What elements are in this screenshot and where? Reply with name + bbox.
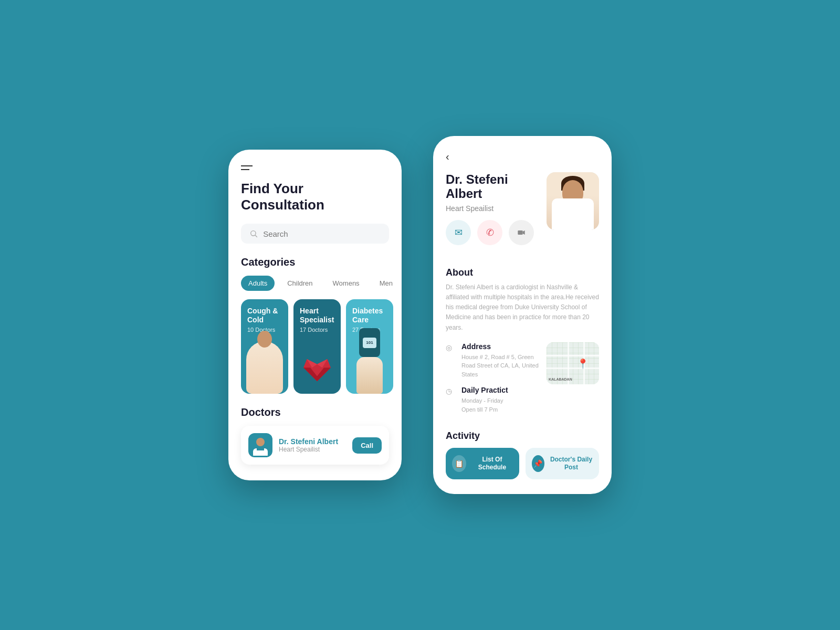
glucose-meter: 101 [359,328,380,357]
address-icon: ◎ [446,343,456,354]
diabetes-title: Diabetes Care [352,307,387,324]
phone-right: ‹ Dr. Stefeni Albert Heart Speailist ✉ ✆ [433,136,612,495]
tab-womens[interactable]: Womens [326,276,367,291]
about-section: About Dr. Stefeni Albert is a cardiologi… [446,267,599,333]
doctor-list-item[interactable]: Dr. Stefeni Albert Heart Speailist Call [241,426,389,465]
map-placeholder: 📍 KALABADAN [547,342,599,384]
cough-figure [246,341,283,394]
practice-row: ◷ Daily Practict Monday - Friday Open ti… [446,386,541,414]
doctor-avatar-svg [250,435,271,456]
about-text: Dr. Stefeni Albert is a cardiologist in … [446,282,599,333]
email-button[interactable]: ✉ [446,220,471,245]
map-road-h1 [547,355,599,356]
address-label: Address [461,342,541,351]
doctor-coat [552,198,594,230]
practice-label: Daily Practict [461,386,541,394]
phones-container: Find Your Consultation Categories Adults… [228,136,612,495]
diabetes-card[interactable]: Diabetes Care 27 Doctors 101 [346,299,393,394]
diabetes-figure: 101 [356,328,383,394]
map-road-h2 [547,368,599,369]
daily-post-label: Doctor's Daily Post [550,456,593,472]
list-schedule-button[interactable]: 📋 List Of Schedule [446,448,519,479]
doctor-list-specialty: Heart Speailist [279,446,346,453]
heart-specialist-card[interactable]: Heart Specialist 17 Doctors [293,299,341,394]
hand-figure [356,357,383,394]
meter-screen: 101 [363,338,376,348]
list-schedule-label: List Of Schedule [471,456,513,472]
activity-buttons: 📋 List Of Schedule 📌 Doctor's Daily Post [446,448,599,479]
category-tabs: Adults Children Womens Men [241,276,389,291]
search-icon [249,229,258,238]
heart-title: Heart Specialist [300,307,334,324]
phone-button[interactable]: ✆ [477,220,502,245]
cough-image [241,331,288,394]
practice-detail: Monday - Friday Open till 7 Pm [461,396,541,414]
doctor-profile-header: Dr. Stefeni Albert Heart Speailist ✉ ✆ [446,172,599,257]
map-area-label: KALABADAN [549,377,572,381]
tab-adults[interactable]: Adults [241,276,275,291]
address-detail: House # 2, Road # 5, Green Road Street o… [461,353,541,379]
svg-rect-7 [257,448,264,450]
diabetes-image: 101 [346,331,393,394]
video-icon [517,228,526,237]
svg-point-0 [251,231,256,236]
svg-rect-8 [518,230,522,235]
doctor-list-name: Dr. Stefeni Albert [279,437,346,446]
cough-cold-card[interactable]: Cough & Cold 10 Doctors [241,299,288,394]
doctor-profile-info: Dr. Stefeni Albert Heart Speailist ✉ ✆ [446,172,538,257]
about-title: About [446,267,599,278]
doctor-photo-art [547,172,599,230]
categories-grid: Cough & Cold 10 Doctors Heart Specialist… [241,299,389,394]
daily-post-button[interactable]: 📌 Doctor's Daily Post [526,448,599,479]
call-button[interactable]: Call [352,437,382,454]
doctor-profile-name: Dr. Stefeni Albert [446,172,538,201]
tab-men[interactable]: Men [372,276,400,291]
tab-children[interactable]: Children [280,276,320,291]
svg-line-1 [255,235,257,237]
heart-svg [300,352,334,386]
menu-icon[interactable] [241,165,389,170]
doctor-profile-specialty: Heart Speailist [446,204,538,213]
daily-post-icon: 📌 [532,455,544,472]
doctor-avatar [248,433,272,457]
search-bar[interactable] [241,224,389,244]
profile-photo [547,172,599,230]
categories-section-title: Categories [241,256,389,268]
heart-figure [300,352,334,388]
info-with-map: ◎ Address House # 2, Road # 5, Green Roa… [446,342,599,422]
search-input[interactable] [263,229,381,238]
svg-marker-9 [523,230,525,235]
list-schedule-icon: 📋 [452,455,466,472]
video-button[interactable] [509,220,534,245]
practice-icon: ◷ [446,387,456,397]
doctor-info: Dr. Stefeni Albert Heart Speailist [279,437,346,453]
svg-point-5 [256,438,265,446]
phone-left: Find Your Consultation Categories Adults… [228,150,402,480]
practice-content: Daily Practict Monday - Friday Open till… [461,386,541,414]
address-content: Address House # 2, Road # 5, Green Road … [461,342,541,379]
doctors-section-title: Doctors [241,406,389,418]
back-button[interactable]: ‹ [446,151,449,163]
address-row: ◎ Address House # 2, Road # 5, Green Roa… [446,342,541,379]
page-title: Find Your Consultation [241,181,389,213]
activity-title: Activity [446,430,599,442]
map-pin: 📍 [577,358,589,370]
heart-image [293,331,341,394]
cough-cold-title: Cough & Cold [247,307,282,324]
contact-actions: ✉ ✆ [446,220,538,245]
info-left: ◎ Address House # 2, Road # 5, Green Roa… [446,342,541,422]
